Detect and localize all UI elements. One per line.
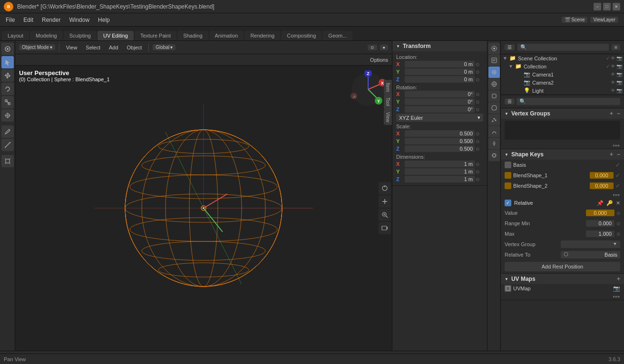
prop-output-btn[interactable] <box>488 55 500 66</box>
scene-collection-eye-btn[interactable]: 👁 <box>611 56 615 61</box>
sk-basis-row[interactable]: Basis ✓ <box>501 160 624 170</box>
scale-x-copy[interactable]: ⊙ <box>476 131 483 136</box>
ws-animation[interactable]: Animation <box>209 31 244 40</box>
relative-pin-btn[interactable]: 📌 <box>597 200 604 206</box>
menu-help[interactable]: Help <box>94 16 114 24</box>
shape-keys-header[interactable]: ▼ Shape Keys + − <box>501 149 624 160</box>
transform-header[interactable]: ▼ Transform <box>392 41 487 51</box>
outliner-filter-btn[interactable]: ☰ <box>505 44 515 50</box>
vg-add-btn[interactable]: + <box>610 110 613 117</box>
sk-blend2-eye[interactable]: ✓ <box>615 182 620 189</box>
scene-collection-vis-btn[interactable]: ✓ <box>606 56 610 61</box>
sk-blend1-value[interactable]: 0.000 <box>590 172 614 179</box>
location-z-input[interactable] <box>405 76 475 83</box>
viewport-select-menu[interactable]: Select <box>83 44 103 51</box>
scale-x-input[interactable] <box>405 130 475 137</box>
dim-z-copy[interactable]: ⊙ <box>476 177 483 182</box>
prop-object-btn[interactable] <box>488 90 500 102</box>
measure-tool-btn[interactable] <box>1 139 14 151</box>
rotation-z-input[interactable] <box>405 106 475 113</box>
ws-sculpting[interactable]: Sculpting <box>64 31 97 40</box>
dim-y-copy[interactable]: ⊙ <box>476 169 483 174</box>
camera2-cam-btn[interactable]: 📷 <box>616 80 622 85</box>
range-min-animate-btn[interactable]: ⊙ <box>616 221 620 226</box>
ws-compositing[interactable]: Compositing <box>281 31 322 40</box>
ws-texture-paint[interactable]: Texture Paint <box>135 31 176 40</box>
sk-blend2-row[interactable]: BlendShape_2 0.000 ✓ <box>501 181 624 191</box>
add-cube-btn[interactable] <box>1 155 14 167</box>
ws-geometry[interactable]: Geom... <box>322 31 352 40</box>
sk-blend2-value[interactable]: 0.000 <box>590 182 614 189</box>
collection-eye-btn[interactable]: 👁 <box>611 64 615 69</box>
prop-scene-btn[interactable] <box>488 67 500 78</box>
vp-zoom-btn[interactable] <box>379 209 391 221</box>
relative-close-btn[interactable]: ✕ <box>616 200 620 206</box>
sk-blend1-row[interactable]: BlendShape_1 0.000 ✓ <box>501 170 624 181</box>
rotate-tool-btn[interactable] <box>1 83 14 95</box>
prop-physics-btn[interactable] <box>488 126 500 137</box>
viewport-add-menu[interactable]: Add <box>106 44 121 51</box>
maximize-button[interactable]: □ <box>603 3 611 10</box>
scale-y-copy[interactable]: ⊙ <box>476 139 483 144</box>
options-label[interactable]: Options <box>370 57 388 63</box>
vp-orbit-btn[interactable] <box>379 182 391 194</box>
view-layer-selector[interactable]: ViewLayer <box>590 17 618 23</box>
minimize-button[interactable]: – <box>594 3 601 10</box>
camera1-cam-btn[interactable]: 📷 <box>616 72 622 77</box>
vertex-groups-header[interactable]: ▼ Vertex Groups + − <box>501 108 624 119</box>
rotation-y-input[interactable] <box>405 98 475 105</box>
add-rest-position-button[interactable]: Add Rest Position <box>505 262 620 271</box>
scene-collection-cam-btn[interactable]: 📷 <box>616 56 622 61</box>
menu-window[interactable]: Window <box>65 16 93 24</box>
rot-z-copy[interactable]: ⊙ <box>476 107 483 112</box>
rot-x-copy[interactable]: ⊙ <box>476 92 483 97</box>
scene-collection-row[interactable]: ▼ 📁 Scene Collection ✓ 👁 📷 <box>501 54 624 62</box>
collection-cam-btn[interactable]: 📷 <box>616 64 622 69</box>
scale-tool-btn[interactable] <box>1 96 14 108</box>
value-input[interactable]: 0.000 <box>586 210 614 216</box>
menu-render[interactable]: Render <box>38 16 64 24</box>
value-animate-btn[interactable]: ⊙ <box>616 211 620 216</box>
location-y-input[interactable] <box>405 68 475 75</box>
camera1-row[interactable]: 📷 Camera1 👁 📷 <box>501 70 624 78</box>
move-tool-btn[interactable] <box>1 69 14 82</box>
prop-world-btn[interactable] <box>488 78 500 90</box>
ws-layout[interactable]: Layout <box>2 31 29 40</box>
loc-x-copy[interactable]: ⊙ <box>476 62 483 67</box>
select-tool-btn[interactable] <box>1 43 14 55</box>
menu-file[interactable]: File <box>2 16 19 24</box>
prop-particles-btn[interactable] <box>488 114 500 125</box>
viewport-view-menu[interactable]: View <box>63 44 80 51</box>
dim-y-input[interactable] <box>405 168 475 175</box>
props-search[interactable]: 🔍 <box>517 98 620 105</box>
outliner-search[interactable]: 🔍 <box>517 44 609 51</box>
dim-z-input[interactable] <box>405 176 475 182</box>
sk-more-btn[interactable]: ▸▸▸ <box>613 192 620 197</box>
uvmap-row[interactable]: UVMap 📷 <box>501 284 624 293</box>
scene-selector[interactable]: 🎬 Scene <box>562 17 587 23</box>
dim-x-input[interactable] <box>405 161 475 167</box>
ws-shading[interactable]: Shading <box>177 31 208 40</box>
light-cam-btn[interactable]: 📷 <box>616 88 622 93</box>
viewport-overlay-btn[interactable]: ⊙ <box>368 45 377 50</box>
loc-y-copy[interactable]: ⊙ <box>476 69 483 75</box>
prop-constraints-btn[interactable] <box>488 138 500 149</box>
dim-x-copy[interactable]: ⊙ <box>476 162 483 167</box>
scale-z-input[interactable] <box>405 145 475 152</box>
vg-more-btn[interactable]: ▸▸▸ <box>613 143 620 148</box>
outliner-filter2-btn[interactable]: ≡ <box>612 44 620 50</box>
light-eye-btn[interactable]: 👁 <box>611 88 615 93</box>
camera2-eye-btn[interactable]: 👁 <box>611 80 615 85</box>
loc-z-copy[interactable]: ⊙ <box>476 77 483 82</box>
camera2-row[interactable]: 📷 Camera2 👁 📷 <box>501 78 624 86</box>
ws-rendering[interactable]: Rendering <box>244 31 280 40</box>
rotation-mode-dropdown[interactable]: XYZ Euler ▾ <box>396 114 483 122</box>
collection-vis-btn[interactable]: ✓ <box>606 64 610 69</box>
cursor-tool-btn[interactable] <box>1 56 14 68</box>
relative-checkbox[interactable]: ✓ <box>505 200 511 206</box>
props-filter-btn[interactable]: ☰ <box>505 98 515 105</box>
sidebar-tab-tool[interactable]: Tool <box>384 95 392 109</box>
light-row[interactable]: 💡 Light 👁 📷 <box>501 86 624 95</box>
annotate-tool-btn[interactable] <box>1 125 14 138</box>
uv-more-btn[interactable]: ▸▸▸ <box>613 294 620 299</box>
